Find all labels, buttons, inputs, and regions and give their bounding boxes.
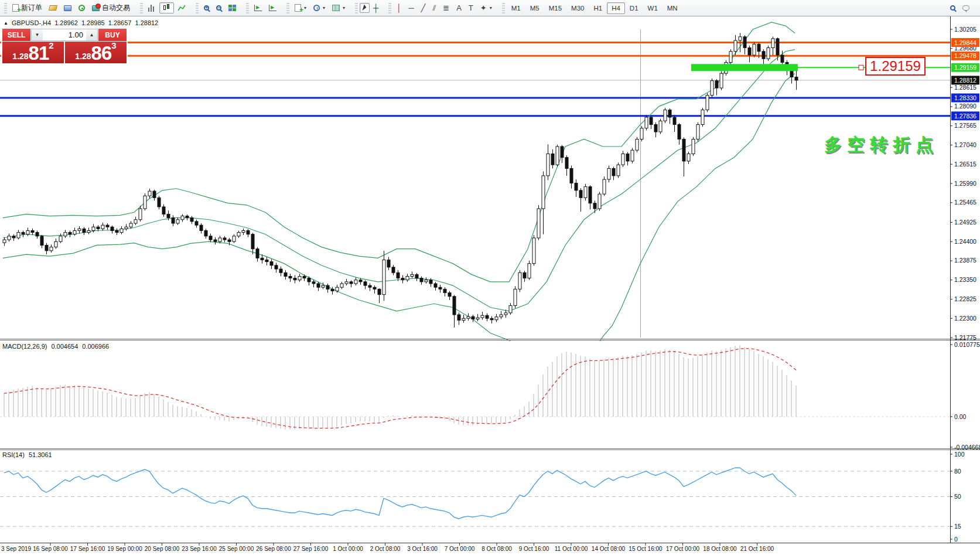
zoom-in-button[interactable]: +: [200, 4, 213, 12]
volume-increase-button[interactable]: ▲: [86, 29, 97, 40]
one-click-trade-panel: SELL ▼ 1.00 ▲ BUY 1.28 81 2 1.28 86 3: [2, 28, 127, 64]
time-axis-label: 3 Sep 2019: [1, 546, 32, 552]
channel-tool[interactable]: ⫽: [429, 2, 439, 13]
price-axis-tick-label: 1.22825: [954, 295, 976, 302]
toolbar-grip: [140, 3, 143, 13]
time-axis-label: 14 Oct 08:00: [592, 546, 626, 552]
sell-price-box[interactable]: 1.28 81 2: [2, 42, 64, 63]
time-axis-label: 19 Sep 00:00: [107, 546, 142, 552]
text-tool[interactable]: A: [453, 2, 465, 13]
toolbar-group-chart-type: [136, 0, 192, 16]
price-badge-text: 1.28812: [954, 77, 976, 84]
zoom-out-button[interactable]: −: [213, 4, 225, 12]
price-axis-tick-label: 1.28615: [954, 84, 976, 91]
vertical-line-tool[interactable]: │: [393, 2, 405, 13]
time-axis-label: 26 Sep 08:00: [256, 546, 291, 552]
arrows-tool[interactable]: ✦▾: [477, 2, 496, 13]
price-badge-text: 1.29844: [954, 39, 976, 46]
main-price-pane: [0, 22, 950, 380]
timeframe-button-m30[interactable]: M30: [566, 2, 589, 14]
collapse-arrow-icon[interactable]: ▲: [4, 21, 8, 26]
clock-icon: [313, 5, 320, 11]
time-axis-label: 11 Oct 00:00: [555, 546, 588, 552]
price-callout-label[interactable]: 1.29159: [865, 57, 926, 76]
text-annotation[interactable]: 多空转折点: [779, 133, 938, 157]
fibonacci-tool[interactable]: ≣: [439, 2, 453, 13]
buy-button[interactable]: BUY: [98, 29, 127, 41]
candlestick-chart-button[interactable]: [159, 2, 174, 13]
rsi-axis-label: 50: [954, 493, 961, 500]
chart-canvas[interactable]: 1.302051.296801.286151.280901.275651.270…: [0, 16, 980, 555]
dropdown-caret-icon: ▾: [490, 5, 492, 11]
gold-book-icon: [49, 5, 57, 11]
channel-icon: ⫽: [432, 4, 436, 12]
price-axis-tick-label: 1.21775: [954, 334, 976, 341]
volume-decrease-button[interactable]: ▼: [32, 29, 43, 40]
buy-price-big: 86: [91, 45, 112, 62]
toolbar-group-cursor: ┼: [351, 0, 384, 16]
fibonacci-icon: ≣: [443, 4, 449, 12]
macd-axis-label: 0.00: [954, 413, 967, 420]
search-button[interactable]: [947, 4, 959, 12]
line-chart-button[interactable]: [174, 3, 189, 13]
label-tool[interactable]: T: [465, 2, 477, 13]
volume-input[interactable]: 1.00: [43, 29, 86, 40]
buy-price-small: 1.28: [75, 50, 91, 62]
rsi-current-value: 51.3061: [29, 451, 52, 458]
terminal-button[interactable]: [60, 4, 75, 13]
horizontal-line-tool[interactable]: ─: [405, 2, 417, 13]
signals-button[interactable]: [75, 3, 88, 13]
macd-main-value: 0.004654: [51, 343, 78, 350]
buy-price-sup: 3: [111, 42, 116, 50]
macd-axis-label: 0.010775: [954, 341, 980, 348]
timeframe-button-w1[interactable]: W1: [643, 2, 663, 14]
new-order-button[interactable]: 新订单: [9, 1, 46, 15]
radar-icon: [78, 5, 85, 11]
sell-button[interactable]: SELL: [2, 29, 30, 41]
timeframe-button-h1[interactable]: H1: [589, 2, 607, 14]
macd-axis-label: -0.004668: [954, 444, 980, 451]
timeframe-button-m15[interactable]: M15: [544, 2, 566, 14]
buy-price-box[interactable]: 1.28 86 3: [65, 42, 127, 63]
time-axis-label: 16 Sep 08:00: [33, 546, 68, 552]
timeframe-button-d1[interactable]: D1: [625, 2, 643, 14]
timeframe-button-h4[interactable]: H4: [607, 2, 625, 14]
toolbar-group-timeframes: M1M5M15M30H1H4D1W1MN: [498, 0, 685, 16]
search-icon: [950, 5, 955, 11]
bar-chart-button[interactable]: [145, 3, 159, 13]
price-axis-tick-label: 1.24925: [954, 219, 976, 226]
tile-windows-button[interactable]: [225, 3, 240, 13]
templates-button[interactable]: ▾: [329, 3, 349, 13]
callout-anchor-handle[interactable]: [859, 65, 863, 70]
timeframe-button-mn[interactable]: MN: [663, 2, 682, 14]
timeframe-button-m1[interactable]: M1: [507, 2, 525, 14]
toolbar-grip: [4, 3, 7, 13]
price-badge-text: 1.29159: [954, 64, 976, 71]
price-axis-tick-label: 1.22300: [954, 315, 976, 322]
price-axis-tick-label: 1.25465: [954, 199, 976, 206]
rsi-indicator-label: RSI(14) 51.3061: [2, 451, 52, 458]
new-order-label: 新订单: [21, 3, 42, 13]
support-thick-bar[interactable]: [691, 64, 798, 71]
bar-low-value: 1.28657: [108, 19, 132, 26]
chat-button[interactable]: [959, 4, 973, 12]
chart-shift-button[interactable]: [265, 3, 280, 13]
auto-trading-button[interactable]: 自动交易: [88, 1, 134, 15]
crosshair-button[interactable]: ┼: [370, 2, 382, 13]
price-axis-tick-label: 1.27565: [954, 122, 976, 129]
bar-close-value: 1.28812: [135, 19, 158, 26]
auto-scroll-button[interactable]: [251, 3, 265, 13]
market-watch-button[interactable]: [46, 4, 60, 12]
price-axis-tick-label: 1.25990: [954, 180, 976, 187]
indicators-button[interactable]: ▾: [291, 2, 310, 13]
auto-trading-label: 自动交易: [102, 3, 130, 13]
periods-button[interactable]: ▾: [310, 3, 329, 13]
toolbar-group-right: [944, 0, 980, 16]
cursor-button[interactable]: [360, 3, 370, 13]
time-axis-label: 8 Oct 08:00: [482, 546, 512, 552]
macd-signal-value: 0.006966: [82, 343, 109, 350]
timeframe-button-m5[interactable]: M5: [525, 2, 544, 14]
trendline-tool[interactable]: ╱: [418, 2, 429, 13]
rsi-axis-label: 80: [954, 468, 961, 475]
crosshair-icon: ┼: [373, 4, 378, 12]
